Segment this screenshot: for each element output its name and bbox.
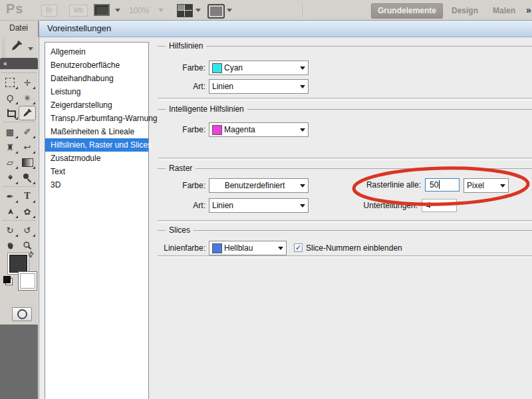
zoom-tool-icon[interactable] xyxy=(19,238,36,253)
hand-tool-icon[interactable] xyxy=(1,238,19,253)
dropdown-arrow-icon xyxy=(300,204,305,207)
healing-brush-tool-icon[interactable]: ▩ xyxy=(1,124,19,139)
section-title-slices: Slices xyxy=(158,225,532,235)
guides-style-dropdown[interactable]: Linien xyxy=(209,79,309,94)
grid-color-label: Farbe: xyxy=(158,178,205,193)
arrange-documents-icon[interactable] xyxy=(177,4,193,17)
photoshop-logo: Ps xyxy=(6,1,23,17)
dropdown-arrow-icon xyxy=(300,66,305,70)
section-divider xyxy=(158,220,532,223)
tool-grid: ✛ Ϙ ✳ ▩ ✐ ♜ ↩ ▱ ♠ ✒ xyxy=(1,75,37,253)
path-selection-tool-icon[interactable]: ➤ xyxy=(1,204,19,219)
menu-bar: Datei xyxy=(0,20,39,37)
3d-orbit-tool-icon[interactable]: ↺ xyxy=(19,223,36,237)
category-zusatzmodule[interactable]: Zusatzmodule xyxy=(45,152,148,165)
menu-item-datei[interactable]: Datei xyxy=(9,23,28,33)
canvas-background xyxy=(0,325,38,399)
cyan-color-swatch xyxy=(212,63,222,73)
subdivisions-input[interactable]: 4 xyxy=(422,199,457,212)
blur-tool-icon[interactable]: ♠ xyxy=(1,170,19,185)
tool-options-preset[interactable] xyxy=(0,37,38,58)
eyedropper-preset-icon xyxy=(10,39,23,53)
magic-wand-tool-icon[interactable]: ✳ xyxy=(19,90,36,105)
lasso-tool-icon[interactable]: Ϙ xyxy=(1,90,19,105)
marquee-tool-icon[interactable] xyxy=(1,75,19,90)
zoom-level-value[interactable]: 100% xyxy=(129,6,150,15)
brush-tool-icon[interactable]: ✐ xyxy=(19,124,36,139)
dodge-burn-tool-icon[interactable] xyxy=(19,170,36,185)
grid-style-dropdown[interactable]: Linien xyxy=(209,198,309,213)
text-caret xyxy=(439,180,440,189)
workspace-malen-button[interactable]: Malen xyxy=(493,6,515,15)
gridline-every-input[interactable]: 50 xyxy=(425,178,460,192)
photoshop-preferences-screen: { "colors": { "selection_blue": "#2f80df… xyxy=(0,0,532,399)
screen-mode-dropdown-arrow[interactable] xyxy=(227,9,232,12)
workspace-overflow-icon[interactable]: » xyxy=(526,5,531,15)
workspace-design-button[interactable]: Design xyxy=(452,6,478,15)
guides-color-dropdown[interactable]: Cyan xyxy=(209,61,309,75)
eyedropper-tool-icon-selected[interactable] xyxy=(19,106,36,120)
dialog-title-bar[interactable]: Voreinstellungen xyxy=(39,21,532,37)
grid-color-dropdown[interactable]: Benutzerdefiniert xyxy=(209,178,309,193)
background-color-swatch[interactable] xyxy=(18,271,37,291)
category-hilfslinien-selected[interactable]: Hilfslinien, Raster und Slices xyxy=(45,138,148,152)
tool-group-divider xyxy=(3,122,35,124)
dropdown-arrow-icon xyxy=(300,85,305,88)
tool-group-divider xyxy=(3,186,35,188)
section-title-guides: Hilfslinien xyxy=(158,41,532,51)
gradient-tool-icon[interactable] xyxy=(19,155,36,170)
category-leistung[interactable]: Leistung xyxy=(45,85,148,98)
custom-shape-tool-icon[interactable]: ✿ xyxy=(19,204,36,219)
collapse-panel-button[interactable]: « xyxy=(0,58,38,69)
grid-style-label: Art: xyxy=(158,198,205,213)
smart-guides-color-dropdown[interactable]: Magenta xyxy=(209,122,309,137)
guides-color-label: Farbe: xyxy=(158,61,205,75)
section-divider xyxy=(158,98,532,100)
workspace-grundelemente-button[interactable]: Grundelemente xyxy=(371,3,443,19)
dropdown-arrow-icon xyxy=(278,247,283,250)
section-title-grid: Raster xyxy=(158,163,532,174)
gridline-unit-dropdown[interactable]: Pixel xyxy=(464,178,509,193)
workspace-separator xyxy=(303,3,303,17)
clone-stamp-tool-icon[interactable]: ♜ xyxy=(1,140,19,154)
slice-line-color-label: Linienfarbe: xyxy=(158,241,205,255)
type-tool-icon[interactable]: T xyxy=(19,189,36,203)
light-blue-color-swatch xyxy=(212,243,222,253)
view-extras-icon[interactable] xyxy=(94,4,110,16)
dialog-title: Voreinstellungen xyxy=(47,23,111,33)
view-extras-dropdown-arrow[interactable] xyxy=(115,9,120,12)
screen-mode-icon[interactable] xyxy=(207,4,225,19)
smart-guides-color-label: Farbe: xyxy=(158,122,205,137)
crop-tool-icon[interactable] xyxy=(1,106,19,120)
pen-tool-icon[interactable]: ✒ xyxy=(1,189,19,203)
dropdown-arrow-icon xyxy=(500,184,505,188)
dropdown-arrow-icon xyxy=(300,128,305,132)
category-text[interactable]: Text xyxy=(45,165,148,178)
dropdown-arrow-icon xyxy=(300,184,305,188)
bridge-button[interactable]: Br xyxy=(41,5,57,17)
default-colors-icon[interactable] xyxy=(3,276,13,285)
preferences-category-list: Allgemein Benutzeroberfläche Dateihandha… xyxy=(45,42,149,399)
category-transp-farbumfang[interactable]: Transp./Farbumfang-Warnung xyxy=(45,112,148,125)
category-3d[interactable]: 3D xyxy=(45,178,148,192)
tool-group-divider xyxy=(3,220,35,222)
category-zeigerdarstellung[interactable]: Zeigerdarstellung xyxy=(45,98,148,112)
section-divider xyxy=(158,158,532,160)
category-masseinheiten[interactable]: Maßeinheiten & Lineale xyxy=(45,125,148,138)
tools-panel: « ✛ Ϙ ✳ ▩ ✐ ♜ ↩ ▱ ♠ xyxy=(0,37,38,325)
category-allgemein[interactable]: Allgemein xyxy=(45,45,148,59)
preset-dropdown-arrow[interactable] xyxy=(28,47,33,51)
3d-rotate-tool-icon[interactable]: ↻ xyxy=(1,223,19,237)
zoom-level-dropdown-arrow[interactable] xyxy=(158,9,164,12)
move-tool-icon[interactable]: ✛ xyxy=(19,75,36,90)
section-title-smart-guides: Intelligente Hilfslinien xyxy=(158,104,532,114)
quick-mask-button[interactable] xyxy=(12,307,32,321)
eraser-tool-icon[interactable]: ▱ xyxy=(1,155,19,170)
category-dateihandhabung[interactable]: Dateihandhabung xyxy=(45,72,148,85)
history-brush-tool-icon[interactable]: ↩ xyxy=(19,140,36,154)
mini-bridge-button[interactable]: Mb xyxy=(69,5,88,17)
slice-line-color-dropdown[interactable]: Hellblau xyxy=(209,241,287,255)
show-slice-numbers-checkbox[interactable]: ✓ xyxy=(294,243,303,252)
arrange-documents-dropdown-arrow[interactable] xyxy=(196,9,201,12)
category-benutzeroberflaeche[interactable]: Benutzeroberfläche xyxy=(45,59,148,72)
